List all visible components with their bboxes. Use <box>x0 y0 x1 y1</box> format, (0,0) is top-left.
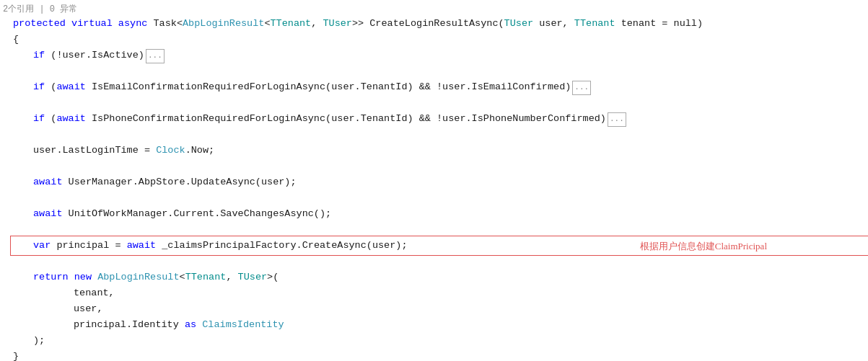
token: UnitOfWorkManager.Current.SaveChangesAsy… <box>63 206 332 222</box>
token: if <box>33 79 45 95</box>
token: < <box>180 269 185 285</box>
token: if <box>33 48 45 63</box>
token: await <box>33 174 63 190</box>
token: as <box>185 317 196 333</box>
code-line: await UserManager.AbpStore.UpdateAsync(u… <box>13 174 868 190</box>
token: .Now; <box>185 143 215 159</box>
token: < <box>264 16 270 32</box>
token: (!user.IsActive) <box>45 48 144 63</box>
code-container: 2个引用 | 0 异常 protected virtual async Task… <box>0 0 868 361</box>
token: user, <box>533 16 574 32</box>
token: AbpLoginResult <box>97 269 179 285</box>
token: TUser <box>504 16 534 32</box>
token: TTenant <box>271 16 312 32</box>
code-line: return new AbpLoginResult<TTenant, TUser… <box>13 269 868 285</box>
code-line <box>13 95 868 111</box>
code-line: if (await IsPhoneConfirmationRequiredFor… <box>13 111 868 127</box>
token: TTenant <box>185 269 227 285</box>
token: UserManager.AbpStore.UpdateAsync(user); <box>63 174 297 190</box>
token <box>196 317 202 333</box>
token: tenant, <box>74 285 115 301</box>
code-line: } <box>13 349 868 361</box>
token: principal = <box>51 238 126 254</box>
code-line: user, <box>13 301 868 317</box>
code-line <box>13 127 868 143</box>
token: user.LastLoginTime = <box>33 143 156 159</box>
code-line: protected virtual async Task<AbpLoginRes… <box>13 16 868 32</box>
token: new <box>74 269 92 285</box>
token: AbpLoginResult <box>183 16 264 32</box>
token: { <box>13 32 19 48</box>
token: TUser <box>323 16 352 32</box>
token: if <box>33 111 45 127</box>
token <box>92 269 97 285</box>
code-line <box>13 159 868 174</box>
token: protected <box>13 16 66 32</box>
code-line: principal.Identity as ClaimsIdentity <box>13 317 868 333</box>
token: Task< <box>147 16 183 32</box>
annotation-text: 根据用户信息创建ClaimPricipal <box>640 239 767 254</box>
code-line: if (await IsEmailConfirmationRequiredFor… <box>13 79 868 95</box>
token: ); <box>33 333 45 349</box>
token: ( <box>45 79 56 95</box>
code-line: if (!user.IsActive)... <box>13 48 868 63</box>
token: tenant = null) <box>615 16 703 32</box>
token: principal.Identity <box>74 317 185 333</box>
code-line: user.LastLoginTime = Clock.Now; <box>13 143 868 159</box>
token: user, <box>74 301 103 317</box>
token: IsPhoneConfirmationRequiredForLoginAsync… <box>86 111 606 127</box>
code-line <box>13 63 868 79</box>
token: IsEmailConfirmationRequiredForLoginAsync… <box>86 79 571 95</box>
token: async <box>118 16 148 32</box>
token: ... <box>608 112 626 127</box>
token: var <box>33 238 51 254</box>
token: TUser <box>238 269 268 285</box>
code-line <box>13 222 868 238</box>
code-line: ); <box>13 333 868 349</box>
token: await <box>33 206 63 222</box>
code-line <box>13 254 868 269</box>
token: ... <box>146 49 165 63</box>
token: Clock <box>156 143 185 159</box>
code-line <box>13 190 868 206</box>
token <box>113 16 118 32</box>
token: await <box>56 111 86 127</box>
code-line: tenant, <box>13 285 868 301</box>
token: virtual <box>71 16 113 32</box>
reference-info: 2个引用 | 0 异常 <box>0 3 77 17</box>
token: ClaimsIdentity <box>202 317 284 333</box>
code-line: { <box>13 32 868 48</box>
token: await <box>56 79 86 95</box>
token: } <box>13 349 19 361</box>
token: >> CreateLoginResultAsync( <box>352 16 504 32</box>
token: await <box>127 238 157 254</box>
code-block: protected virtual async Task<AbpLoginRes… <box>0 0 868 361</box>
token: ( <box>45 111 56 127</box>
token: , <box>311 16 323 32</box>
token: _claimsPrincipalFactory.CreateAsync(user… <box>156 238 407 254</box>
token: >( <box>267 269 279 285</box>
token: TTenant <box>574 16 615 32</box>
token <box>69 269 74 285</box>
token <box>66 16 71 32</box>
token: , <box>226 269 237 285</box>
token: return <box>33 269 69 285</box>
code-line: await UnitOfWorkManager.Current.SaveChan… <box>13 206 868 222</box>
token: ... <box>572 81 591 95</box>
